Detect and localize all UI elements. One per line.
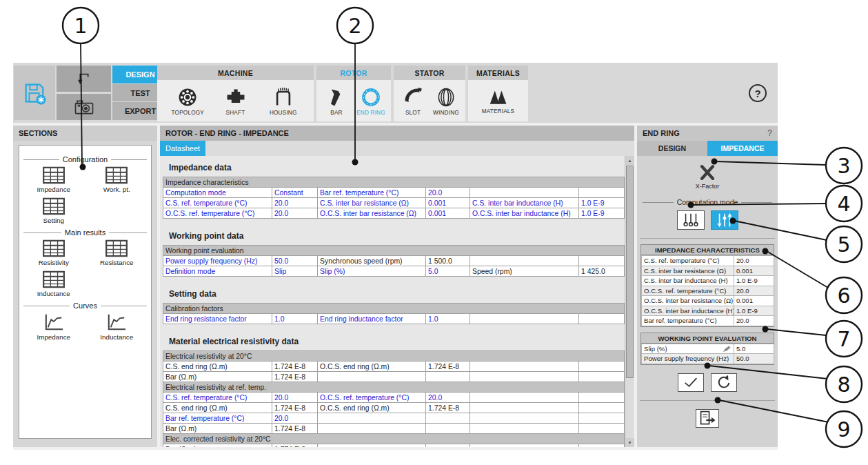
table-icon [42,270,65,288]
property-value[interactable]: 20.0 [734,286,774,296]
sidebar-item-work-pt[interactable]: Work. pt. [103,166,130,193]
save-button[interactable] [14,66,55,120]
table-cell[interactable]: 1.0 E-9 [579,208,625,219]
sidebar-item-impedance[interactable]: Impedance [37,166,70,193]
property-label: O.C.S. ref. temperature (°C) [644,287,731,295]
table-cell[interactable]: 20.0 [426,188,470,198]
table-cell[interactable]: O.C.S. inter bar resistance (Ω) [318,208,426,219]
table-row: C.S. end ring (Ω.m)1.724 E-8O.C.S. end r… [163,362,625,372]
sidebar-item-inductance[interactable]: Inductance [37,270,70,297]
scroll-up-icon[interactable]: ▲ [625,156,634,165]
export-report-button[interactable] [696,409,719,428]
table-cell[interactable]: Bar ref. temperature (°C) [318,188,426,198]
table-cell[interactable]: O.C.S. inter bar inductance (H) [470,208,579,219]
panel-help-icon[interactable]: ? [767,128,772,138]
end-ring-icon [360,86,382,108]
property-value[interactable]: 0.001 [734,266,774,276]
toolbar-item-bar[interactable]: BAR [319,86,354,116]
table-cell[interactable]: 50.0 [272,256,318,266]
table-cell[interactable]: Constant [272,188,318,198]
property-value[interactable]: 20.0 [734,316,774,326]
x-factor-button[interactable]: X-Factor [637,163,778,190]
computation-mode-fixed-button[interactable] [677,210,705,230]
sidebar-item-resistance[interactable]: Resistance [100,239,133,266]
winding-icon [435,86,457,108]
table-cell[interactable]: C.S. inter bar inductance (H) [470,198,579,208]
group-machine: MACHINE TOPOLOGY SHAFT HOUSING [157,66,314,121]
sidebar-item-resistivity[interactable]: Resistivity [39,239,69,266]
table-cell[interactable]: Bar ref. temperature (°C) [163,413,272,424]
table-cell[interactable]: 1.0 [426,314,470,324]
panel-tab-impedance[interactable]: IMPEDANCE [707,141,778,156]
end-ring-panel: END RING ? DESIGN IMPEDANCE X-Factor Com… [637,126,778,447]
scrollbar[interactable]: ▲ ▼ [625,156,634,447]
table-cell[interactable]: O.C.S. ref. temperature (°C) [163,208,272,219]
property-label: O.C.S. inter bar resistance (Ω) [644,297,733,304]
table-cell[interactable]: 20.0 [272,393,318,403]
toolbar-item-materials[interactable]: MATERIALS [478,88,518,115]
computation-mode-adjust-button[interactable] [711,210,738,230]
toolbar-item-label: BAR [330,110,342,116]
table-cell[interactable]: O.C.S. ref. temperature (°C) [318,393,426,403]
screenshot-button[interactable] [57,94,111,120]
toolbar-item-label: HOUSING [270,110,297,116]
help-icon[interactable]: ? [749,84,767,102]
pins-icon [680,211,702,229]
section-title: Material electrical resistivity data [169,337,624,346]
toolbar-item-shaft[interactable]: SHAFT [216,86,256,116]
property-label: Power supply frequency (Hz) [644,355,731,362]
table-row: C.S. ref. temperature (°C)20.0O.C.S. ref… [163,393,625,403]
table-cell[interactable]: 20.0 [272,208,318,219]
table-cell[interactable]: 1.0 E-9 [579,198,625,208]
table-cell[interactable]: Definition mode [163,266,272,277]
panel-tab-design[interactable]: DESIGN [637,141,707,156]
scrollbar-thumb[interactable] [626,166,634,378]
return-arrow-icon [75,70,93,88]
tab-datasheet[interactable]: Datasheet [160,141,205,156]
table-cell[interactable]: C.S. ref. temperature (°C) [163,198,272,208]
table-cell[interactable]: 0.001 [426,198,470,208]
table-cell[interactable]: Computation mode [163,188,272,198]
property-table: Slip (%)5.0Power supply frequency (Hz)50… [641,344,774,364]
table-cell[interactable]: C.S. inter bar resistance (Ω) [318,198,426,208]
toolbar-item-slot[interactable]: SLOT [396,86,430,116]
table-cell: 1.724 E-8 [426,362,470,372]
table-cell[interactable]: End ring inductance factor [318,314,426,324]
property-value[interactable]: 20.0 [734,256,774,266]
sidebar-item-impedance-curve[interactable]: Impedance [37,313,70,341]
property-value[interactable]: 50.0 [734,354,774,364]
property-value[interactable]: 5.0 [734,344,774,354]
table-cell[interactable]: 20.0 [426,393,470,403]
table-cell[interactable]: Power supply frequency (Hz) [163,256,272,266]
table-cell[interactable]: 20.0 [272,413,318,424]
property-value[interactable]: 1.0 E-9 [734,306,774,316]
table-cell[interactable]: 1.0 [272,314,318,324]
toolbar-item-housing[interactable]: HOUSING [263,86,303,116]
property-value[interactable]: 0.001 [734,296,774,306]
import-button[interactable] [57,66,111,92]
toolbar-item-winding[interactable]: WINDING [430,86,463,116]
property-label: C.S. inter bar inductance (H) [644,277,731,284]
toolbar: DESIGN TEST EXPORT MACHINE TOPOLOGY SHAF… [13,63,778,123]
sidebar-item-inductance-curve[interactable]: Inductance [100,313,133,341]
table-cell[interactable]: C.S. ref. temperature (°C) [163,393,272,403]
table-group-header: Calibration factors [163,304,625,314]
table-cell [579,444,625,448]
table-cell[interactable]: 0.001 [426,208,470,219]
table-cell[interactable]: Slip (%) [318,266,426,277]
toolbar-item-topology[interactable]: TOPOLOGY [168,86,208,116]
table-cell [318,372,426,382]
reset-button[interactable] [711,373,737,392]
property-label: Bar ref. temperature (°C) [644,317,731,324]
table-cell: C.S. end ring (Ω.m) [163,362,272,372]
table-cell[interactable]: Slip [272,266,318,277]
sidebar-item-setting[interactable]: Setting [42,197,65,224]
apply-button[interactable] [678,373,704,392]
scroll-down-icon[interactable]: ▼ [625,438,634,447]
table-cell[interactable]: End ring resistance factor [163,314,272,324]
toolbar-item-end-ring[interactable]: END RING [354,86,388,116]
table-cell[interactable]: 5.0 [426,266,470,277]
property-value[interactable]: 1.0 E-9 [734,276,774,286]
table-cell[interactable]: 20.0 [272,198,318,208]
table-row: Bar (Ω.m)1.724 E-8 [163,372,625,382]
